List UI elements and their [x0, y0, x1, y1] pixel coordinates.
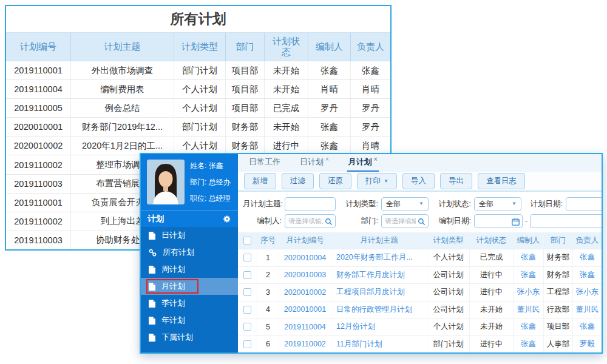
select-all-checkbox[interactable] — [243, 237, 251, 244]
search-icon[interactable] — [325, 217, 333, 228]
cell-plan-id-link[interactable]: 2019110004 — [279, 318, 331, 335]
cell-plan-id-link[interactable]: 2020010004 — [279, 249, 331, 266]
status-filter-select[interactable]: 全部▼ — [474, 197, 521, 211]
calendar-icon[interactable] — [512, 217, 520, 228]
cell-owner-link[interactable]: 张鑫 — [573, 267, 602, 284]
month-plan-table: 序号 月计划编号 月计划主题 计划类型 计划状态 编制人 部门 负责人 1202… — [238, 232, 602, 352]
cell-owner-link[interactable]: 董川民 — [573, 302, 602, 318]
view-log-button[interactable]: 查看日志 — [478, 173, 525, 189]
sidebar-item-subordinate-plan[interactable]: 下属计划 — [141, 329, 238, 346]
close-icon[interactable]: × — [325, 156, 329, 163]
cell-owner: 罗丹 — [351, 99, 390, 117]
row-checkbox[interactable] — [243, 271, 251, 279]
row-checkbox[interactable] — [243, 306, 251, 314]
cell-topic-link[interactable]: 11月部门计划 — [331, 336, 427, 353]
cell-compiler-link[interactable]: 张鑫 — [514, 249, 544, 266]
topic-filter-label: 月计划主题: — [243, 199, 282, 209]
cell-plan-id-link[interactable]: 2019110002 — [279, 336, 331, 353]
user-profile: 姓名: 张鑫 部门: 总经办 职位: 总经理 — [141, 154, 238, 210]
export-button[interactable]: 导出 — [440, 173, 472, 189]
table-row: 5201911000412月份计划个人计划未开始张鑫项目部张鑫 — [238, 318, 602, 336]
gear-icon[interactable] — [223, 215, 231, 223]
cell-owner-link[interactable]: 张小东 — [573, 284, 602, 301]
sidebar-item-year-plan[interactable]: 年计划 — [141, 312, 238, 329]
cell-status: 未开始 — [265, 61, 308, 79]
cell-owner-link[interactable]: 张鑫 — [573, 249, 602, 266]
sidebar-item-day-plan[interactable]: 日计划 — [141, 227, 238, 244]
cell-type: 部门计划 — [174, 118, 226, 136]
compile-date-end-input[interactable] — [531, 215, 602, 228]
cell-status: 未开始 — [470, 318, 514, 335]
table-row: 2019110005例会总结个人计划项目部已完成罗丹罗丹 — [6, 99, 390, 118]
column-header-owner: 负责人 — [351, 33, 390, 61]
reset-button[interactable]: 还原 — [319, 173, 351, 189]
table-row: 120200100042020年财务部工作月...个人计划已完成张鑫财务部张鑫 — [238, 249, 602, 267]
cell-plan-id-link[interactable]: 2020010001 — [279, 302, 331, 318]
row-checkbox[interactable] — [243, 323, 251, 331]
search-icon[interactable] — [418, 217, 426, 228]
cell-owner-link[interactable]: 罗毅 — [573, 336, 602, 353]
dept-filter-label: 部门: — [344, 216, 378, 226]
cell-type: 公司计划 — [427, 302, 470, 318]
cell-compiler-link[interactable]: 董川民 — [514, 302, 544, 318]
row-checkbox[interactable] — [243, 288, 251, 296]
topic-filter-input[interactable] — [285, 198, 335, 211]
filter-panel: 月计划主题: 计划类型: 全部▼ 计划状态: 全部▼ 计划日期: 编制人: 部门… — [238, 192, 602, 232]
sidebar-item-label: 季计划 — [161, 298, 185, 309]
plan-date-input[interactable] — [566, 198, 602, 211]
sidebar-header: 计划 — [141, 210, 238, 227]
cell-dept: 项目部 — [226, 99, 265, 117]
cell-status: 进行中 — [470, 267, 514, 284]
cell-compiler-link[interactable]: 张鑫 — [514, 318, 544, 335]
table-row: 22020010003财务部工作月度计划公司计划进行中张鑫财务部张鑫 — [238, 267, 602, 285]
import-button[interactable]: 导入 — [402, 173, 435, 189]
month-plan-window: 姓名: 张鑫 部门: 总经办 职位: 总经理 计划 日计划 所有计划 — [140, 153, 603, 354]
add-button[interactable]: 新增 — [244, 173, 276, 189]
sidebar-item-quarter-plan[interactable]: 季计划 — [141, 295, 238, 312]
table-row: 32020010002工程项目部月度计划公司计划进行中张小东工程部张小东 — [238, 284, 602, 302]
file-icon — [149, 232, 155, 240]
cell-dept: 财务部 — [544, 267, 573, 284]
type-filter-select[interactable]: 全部▼ — [381, 197, 429, 211]
column-header-type: 计划类型 — [174, 33, 226, 61]
caret-down-icon: ▼ — [384, 179, 388, 184]
compile-date-filter-label: 编制日期: — [437, 216, 471, 226]
column-header-type: 计划类型 — [427, 232, 470, 249]
cell-compiler-link[interactable]: 张鑫 — [514, 267, 544, 284]
column-header-status: 计划状态 — [265, 33, 308, 61]
tab-daily-work[interactable]: 日常工作 — [248, 157, 282, 172]
cell-topic-link[interactable]: 工程项目部月度计划 — [331, 284, 427, 301]
column-header-status: 计划状态 — [470, 232, 514, 249]
tab-month-plan[interactable]: 月计划× — [347, 157, 379, 172]
cell-topic-link[interactable]: 日常的行政管理月计划 — [331, 302, 427, 318]
filter-row-1: 月计划主题: 计划类型: 全部▼ 计划状态: 全部▼ 计划日期: — [238, 195, 602, 212]
cell-type: 个人计划 — [174, 80, 226, 98]
close-icon[interactable]: × — [374, 156, 378, 163]
tab-day-plan[interactable]: 日计划× — [299, 157, 330, 172]
cell-topic-link[interactable]: 2020年财务部工作月... — [331, 249, 427, 266]
filter-button[interactable]: 过滤 — [282, 173, 314, 189]
sidebar-item-all-plans[interactable]: 所有计划 — [141, 244, 238, 261]
row-checkbox[interactable] — [243, 340, 251, 348]
cell-topic-link[interactable]: 12月份计划 — [331, 318, 427, 335]
print-button[interactable]: 打印▼ — [357, 173, 397, 189]
cell-compiler-link[interactable]: 张鑫 — [514, 336, 544, 353]
cell-dept: 项目部 — [544, 318, 573, 335]
dept-filter-field — [381, 214, 429, 228]
sidebar-item-week-plan[interactable]: 周计划 — [141, 261, 238, 278]
cell-plan-id-link[interactable]: 2020010002 — [279, 284, 331, 301]
sidebar: 姓名: 张鑫 部门: 总经办 职位: 总经理 计划 日计划 所有计划 — [141, 154, 238, 352]
cell-owner: 张鑫 — [351, 61, 390, 79]
cell-topic-link[interactable]: 财务部工作月度计划 — [331, 267, 427, 284]
compiler-filter-field — [285, 214, 336, 228]
cell-no: 3 — [257, 284, 279, 301]
cell-no: 1 — [257, 249, 279, 266]
row-checkbox[interactable] — [243, 254, 251, 261]
cell-owner-link[interactable]: 张鑫 — [573, 318, 602, 335]
cell-compiler-link[interactable]: 张小东 — [514, 284, 544, 301]
sidebar-item-label: 周计划 — [161, 264, 185, 275]
sidebar-item-month-plan[interactable]: 月计划 — [141, 278, 238, 295]
cell-plan-id-link[interactable]: 2020010003 — [279, 267, 331, 284]
cell-dept: 人事部 — [544, 336, 573, 353]
cell-id: 2019110005 — [6, 99, 71, 117]
